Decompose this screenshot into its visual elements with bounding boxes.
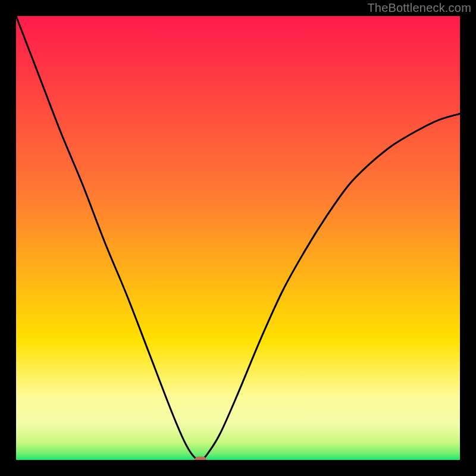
watermark-text: TheBottleneck.com (367, 1, 471, 15)
optimum-marker (195, 457, 206, 461)
chart-frame: TheBottleneck.com (0, 0, 476, 476)
bottleneck-curve (16, 16, 460, 460)
plot-area (16, 16, 460, 460)
